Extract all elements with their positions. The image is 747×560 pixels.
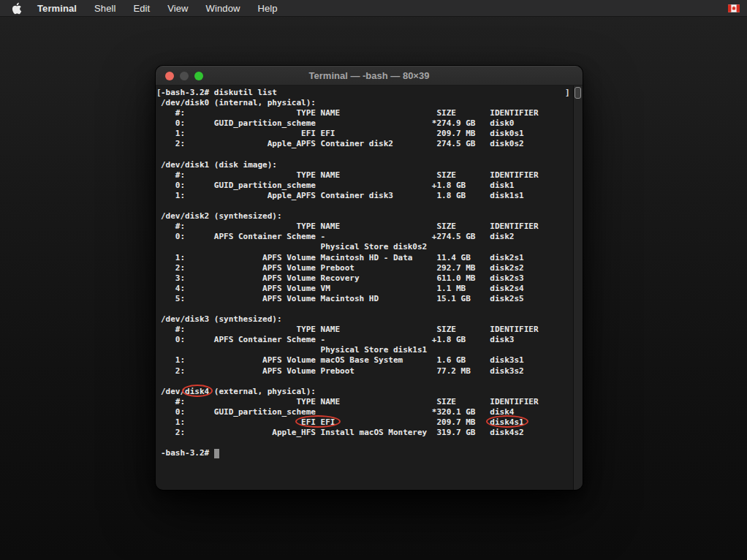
window-title: Terminal — -bash — 80×39	[156, 70, 583, 81]
command-mark-close-bracket: ]	[565, 88, 570, 98]
annotation-oval-efi	[295, 415, 341, 428]
command-mark-open-bracket: [	[156, 88, 162, 98]
terminal-window: Terminal — -bash — 80×39 -bash-3.2# disk…	[156, 66, 583, 490]
window-titlebar[interactable]: Terminal — -bash — 80×39	[156, 66, 583, 86]
menu-item-window[interactable]: Window	[206, 3, 240, 14]
annotation-oval-disk4s1	[486, 415, 528, 428]
menu-item-edit[interactable]: Edit	[133, 3, 150, 14]
scrollbar-thumb[interactable]	[575, 87, 581, 99]
terminal-cursor	[214, 449, 219, 458]
desktop: Terminal Shell Edit View Window Help	[0, 0, 747, 560]
menu-item-shell[interactable]: Shell	[94, 3, 115, 14]
traffic-lights	[165, 66, 203, 86]
minimize-button[interactable]	[180, 72, 189, 80]
zoom-button[interactable]	[194, 72, 203, 80]
menu-item-help[interactable]: Help	[257, 3, 277, 14]
apple-menu-icon[interactable]	[11, 2, 22, 15]
annotation-oval-disk4	[182, 385, 213, 397]
menu-bar-right	[728, 4, 747, 12]
menu-item-view[interactable]: View	[167, 3, 188, 14]
close-button[interactable]	[165, 72, 174, 80]
menu-app-name[interactable]: Terminal	[37, 3, 77, 14]
input-source-flag-icon[interactable]	[728, 4, 740, 12]
menu-bar: Terminal Shell Edit View Window Help	[0, 0, 747, 17]
scrollbar-track[interactable]	[573, 86, 583, 490]
terminal-content[interactable]: -bash-3.2# diskutil list /dev/disk0 (int…	[156, 86, 583, 490]
menu-bar-left: Terminal Shell Edit View Window Help	[0, 2, 295, 15]
terminal-output[interactable]: -bash-3.2# diskutil list /dev/disk0 (int…	[156, 86, 583, 458]
